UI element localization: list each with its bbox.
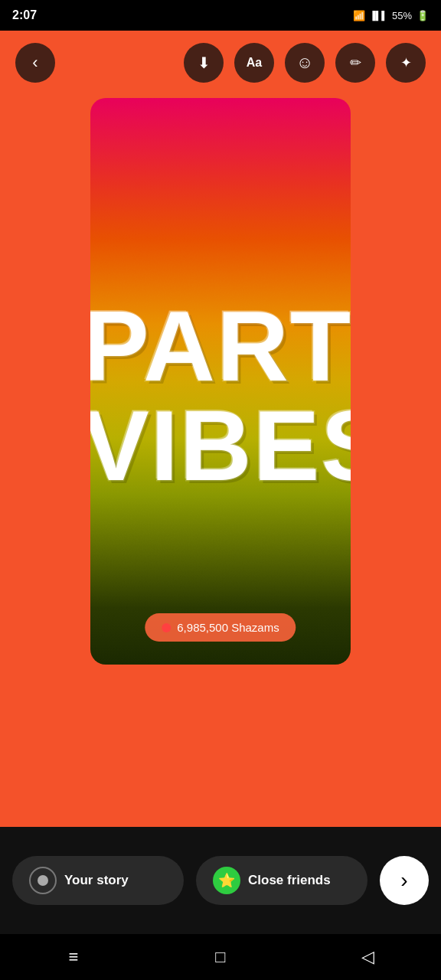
your-story-label: Your story bbox=[64, 873, 129, 888]
text-button[interactable]: Aa bbox=[234, 43, 274, 83]
toolbar-right: ⬇ Aa ☺ ✏ ✦ bbox=[184, 43, 426, 83]
story-text: PARTY VIBES bbox=[90, 296, 351, 495]
nav-back[interactable]: ◁ bbox=[348, 938, 387, 976]
story-gradient: PARTY VIBES 6,985,500 Shazams bbox=[90, 98, 351, 665]
back-icon: ‹ bbox=[32, 53, 38, 73]
signal-icon: ▐▌▌ bbox=[370, 11, 387, 20]
shazam-count: 6,985,500 Shazams bbox=[177, 621, 279, 634]
story-text-line1: PARTY bbox=[90, 296, 351, 396]
story-inner-dot bbox=[38, 875, 48, 886]
shazam-badge[interactable]: 6,985,500 Shazams bbox=[145, 613, 296, 642]
star-icon: ⭐ bbox=[218, 872, 235, 889]
toolbar: ‹ ⬇ Aa ☺ ✏ ✦ bbox=[0, 31, 441, 95]
nav-bar: ≡ □ ◁ bbox=[0, 934, 441, 980]
back-button[interactable]: ‹ bbox=[15, 43, 55, 83]
toolbar-left: ‹ bbox=[15, 43, 55, 83]
download-icon: ⬇ bbox=[198, 54, 211, 72]
effects-button[interactable]: ✦ bbox=[386, 43, 426, 83]
next-icon: › bbox=[400, 868, 407, 893]
draw-button[interactable]: ✏ bbox=[335, 43, 375, 83]
status-icons: 📶 ▐▌▌ 55% 🔋 bbox=[353, 10, 429, 21]
text-icon: Aa bbox=[247, 56, 262, 70]
emoji-icon: ☺ bbox=[296, 53, 313, 73]
status-bar: 2:07 📶 ▐▌▌ 55% 🔋 bbox=[0, 0, 441, 31]
draw-icon: ✏ bbox=[350, 54, 361, 71]
close-friends-icon: ⭐ bbox=[213, 867, 240, 894]
next-button[interactable]: › bbox=[380, 856, 429, 905]
story-text-line2: VIBES bbox=[90, 396, 351, 495]
battery-icon: 🔋 bbox=[416, 10, 429, 21]
share-bar: Your story ⭐ Close friends › bbox=[0, 827, 441, 934]
nav-menu[interactable]: ≡ bbox=[54, 938, 93, 976]
main-area: ‹ ⬇ Aa ☺ ✏ ✦ PARTY VIBE bbox=[0, 31, 441, 827]
shazam-dot bbox=[162, 623, 171, 632]
close-friends-button[interactable]: ⭐ Close friends bbox=[196, 856, 368, 905]
battery-text: 55% bbox=[392, 10, 412, 21]
close-friends-label: Close friends bbox=[248, 873, 331, 888]
wifi-icon: 📶 bbox=[353, 10, 365, 21]
nav-back-icon: ◁ bbox=[361, 947, 374, 967]
story-circle-icon bbox=[29, 867, 57, 894]
effects-icon: ✦ bbox=[400, 54, 412, 71]
nav-home[interactable]: □ bbox=[201, 938, 240, 976]
status-time: 2:07 bbox=[12, 8, 37, 22]
story-card: PARTY VIBES 6,985,500 Shazams bbox=[90, 98, 351, 665]
download-button[interactable]: ⬇ bbox=[184, 43, 224, 83]
menu-icon: ≡ bbox=[69, 947, 79, 967]
your-story-button[interactable]: Your story bbox=[12, 856, 184, 905]
emoji-button[interactable]: ☺ bbox=[285, 43, 325, 83]
home-icon: □ bbox=[215, 947, 225, 967]
